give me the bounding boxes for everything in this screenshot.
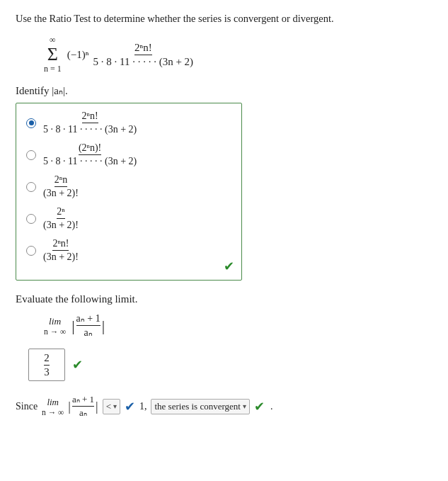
option-math-1: 2ⁿn! 5 · 8 · 11 · · · · · (3n + 2) — [43, 111, 137, 135]
limit-fraction: aₙ + 1 aₙ — [76, 312, 100, 339]
opt5-denom: (3n + 2)! — [43, 251, 79, 263]
number-label: 1, — [139, 401, 147, 412]
option-math-5: 2ⁿn! (3n + 2)! — [43, 238, 79, 263]
option-fraction-1: 2ⁿn! 5 · 8 · 11 · · · · · (3n + 2) — [43, 111, 137, 135]
abs-frac-display: | aₙ + 1 aₙ | — [71, 312, 105, 339]
comparison-label: < — [106, 401, 111, 412]
since-abs-numer: aₙ + 1 — [72, 394, 94, 407]
term-sign: (−1)ⁿ — [67, 49, 89, 61]
lim-block: lim n → ∞ — [44, 316, 66, 336]
problem-statement: Use the Ratio Test to determine whether … — [16, 13, 432, 25]
radio-3[interactable] — [26, 182, 36, 192]
option-row-1[interactable]: 2ⁿn! 5 · 8 · 11 · · · · · (3n + 2) — [26, 111, 231, 135]
radio-5[interactable] — [26, 246, 36, 256]
option-fraction-3: 2ⁿn (3n + 2)! — [43, 174, 79, 199]
main-fraction: 2ⁿn! 5 · 8 · 11 · · · · · (3n + 2) — [93, 42, 193, 68]
main-denominator: 5 · 8 · 11 · · · · · (3n + 2) — [93, 55, 193, 68]
comparison-check-icon: ✔ — [125, 399, 135, 414]
sum-from: n = 1 — [44, 64, 62, 74]
option-row-3[interactable]: 2ⁿn (3n + 2)! — [26, 174, 231, 199]
radio-4[interactable] — [26, 214, 36, 224]
option-row-5[interactable]: 2ⁿn! (3n + 2)! — [26, 238, 231, 263]
option-row-4[interactable]: 2ⁿ (3n + 2)! — [26, 206, 231, 231]
since-abs-denom: aₙ — [79, 407, 87, 419]
opt1-numer: 2ⁿn! — [82, 111, 98, 123]
option-math-3: 2ⁿn (3n + 2)! — [43, 174, 79, 199]
lim-word: lim — [49, 316, 61, 327]
answer-check-icon: ✔ — [72, 357, 83, 373]
main-numerator: 2ⁿn! — [134, 42, 152, 55]
answer-numer: 2 — [44, 352, 50, 366]
comparison-dropdown[interactable]: < ▾ — [103, 399, 120, 414]
options-box: 2ⁿn! 5 · 8 · 11 · · · · · (3n + 2) (2ⁿn)… — [16, 103, 242, 281]
opt2-denom: 5 · 8 · 11 · · · · · (3n + 2) — [43, 155, 137, 167]
sigma-symbol: Σ — [47, 45, 58, 64]
option-math-4: 2ⁿ (3n + 2)! — [43, 206, 79, 231]
lim-sub: n → ∞ — [44, 327, 66, 336]
since-row: Since lim n → ∞ | aₙ + 1 aₙ | < ▾ ✔ 1, t… — [16, 394, 432, 419]
result-label: the series is convergent — [154, 401, 240, 412]
result-dropdown[interactable]: the series is convergent ▾ — [151, 399, 249, 414]
opt4-numer: 2ⁿ — [57, 206, 64, 219]
comparison-arrow: ▾ — [113, 402, 117, 410]
options-check-icon: ✔ — [224, 259, 234, 274]
since-abs-right: | — [96, 400, 98, 413]
limit-denom: aₙ — [84, 326, 93, 339]
result-arrow: ▾ — [243, 402, 246, 410]
radio-1[interactable] — [26, 118, 36, 128]
option-fraction-5: 2ⁿn! (3n + 2)! — [43, 238, 79, 263]
opt5-numer: 2ⁿn! — [52, 238, 69, 251]
since-word: Since — [16, 401, 38, 412]
answer-box-row: 2 3 ✔ — [28, 349, 432, 381]
option-row-2[interactable]: (2ⁿn)! 5 · 8 · 11 · · · · · (3n + 2) — [26, 142, 231, 167]
period: . — [270, 401, 273, 412]
opt2-numer: (2ⁿn)! — [79, 142, 101, 155]
since-lim-block: lim n → ∞ — [42, 397, 64, 417]
main-series: ∞ Σ n = 1 (−1)ⁿ 2ⁿn! 5 · 8 · 11 · · · · … — [44, 35, 432, 74]
since-lim-sub: n → ∞ — [42, 408, 64, 417]
limit-numer: aₙ + 1 — [76, 312, 100, 326]
abs-right-bar: | — [102, 318, 105, 334]
option-math-2: (2ⁿn)! 5 · 8 · 11 · · · · · (3n + 2) — [43, 142, 137, 167]
since-abs-left: | — [68, 400, 71, 413]
opt4-denom: (3n + 2)! — [43, 219, 79, 231]
result-check-icon: ✔ — [254, 399, 265, 414]
identify-label: Identify |aₙ|. — [16, 84, 432, 97]
opt3-numer: 2ⁿn — [54, 174, 67, 187]
since-fraction: aₙ + 1 aₙ — [72, 394, 94, 419]
evaluate-label: Evaluate the following limit. — [16, 293, 432, 305]
option-fraction-2: (2ⁿn)! 5 · 8 · 11 · · · · · (3n + 2) — [43, 142, 137, 167]
since-abs-frac: | aₙ + 1 aₙ | — [68, 394, 98, 419]
limit-display: lim n → ∞ | aₙ + 1 aₙ | — [44, 312, 432, 339]
answer-fraction: 2 3 — [44, 352, 50, 378]
radio-2[interactable] — [26, 150, 36, 160]
opt1-denom: 5 · 8 · 11 · · · · · (3n + 2) — [43, 123, 137, 135]
sigma-block: ∞ Σ n = 1 — [44, 35, 62, 74]
answer-input-box[interactable]: 2 3 — [28, 349, 65, 381]
option-fraction-4: 2ⁿ (3n + 2)! — [43, 206, 79, 231]
since-lim-word: lim — [47, 397, 59, 408]
abs-left-bar: | — [71, 318, 74, 334]
opt3-denom: (3n + 2)! — [43, 187, 79, 199]
answer-denom: 3 — [44, 366, 50, 378]
